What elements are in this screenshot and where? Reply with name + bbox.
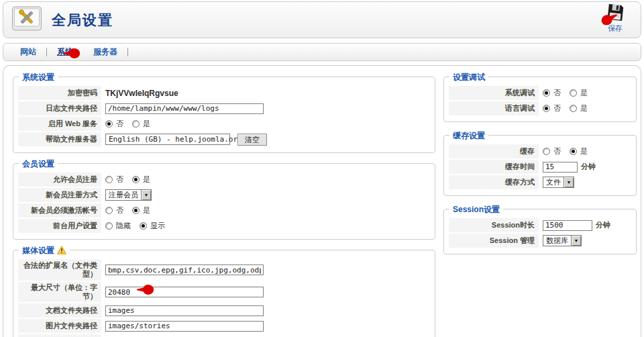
field-label: 合法的扩展名（文件类型）: [18, 259, 101, 281]
field-label: 缓存时间: [449, 160, 539, 174]
field-label: 限制上传: [18, 334, 101, 337]
section-title: 媒体设置: [19, 245, 70, 256]
radio-yes[interactable]: [570, 89, 577, 97]
field-cache: 缓存 否 是: [449, 144, 631, 158]
radio-no[interactable]: [543, 105, 550, 112]
field-label: 启用 Web 服务: [18, 117, 101, 131]
radio-label-yes: 是: [580, 103, 588, 113]
cache-time-input[interactable]: [543, 162, 578, 173]
field-legal-extensions: 合法的扩展名（文件类型）: [18, 259, 430, 281]
field-secret-word: 加密密码 TKjVVwIeIqRgvsue: [18, 86, 430, 100]
radio-label-hide: 隐藏: [116, 221, 131, 231]
global-configuration-page: 全局设置 保存 网站 系统 服: [0, 0, 644, 337]
log-path-input[interactable]: [105, 103, 264, 114]
file-path-input[interactable]: [105, 305, 264, 316]
save-button[interactable]: 保存: [598, 4, 633, 34]
field-cache-time: 缓存时间 分钟: [449, 160, 631, 174]
section-user-settings: 会员设置 允许会员注册 否 是 新会员注册方式 注册会员 ▼: [13, 163, 435, 240]
config-tab-bar: 网站 系统 服务器: [3, 43, 641, 61]
page-title: 全局设置: [52, 11, 113, 30]
radio-label-no: 否: [553, 88, 561, 98]
registration-type-select[interactable]: 注册会员 ▼: [105, 189, 152, 201]
radio-no[interactable]: [543, 89, 550, 97]
radio-yes[interactable]: [570, 148, 577, 155]
radio-no[interactable]: [105, 176, 113, 183]
radio-label-no: 否: [116, 205, 123, 215]
image-path-input[interactable]: [105, 321, 264, 332]
field-label: 允许会员注册: [18, 173, 101, 187]
help-server-select[interactable]: English (GB) - help.joomla.org ▼: [105, 134, 230, 145]
field-max-size: 最大尺寸（单位：字节）: [18, 282, 430, 302]
section-title: Session设置: [449, 204, 503, 215]
field-label: Session 管理: [449, 234, 539, 248]
field-language-debug: 语言调试 否 是: [449, 101, 631, 115]
field-label: 加密密码: [18, 86, 101, 100]
dropdown-arrow-icon: ▼: [141, 190, 151, 200]
cache-handler-select[interactable]: 文件 ▼: [543, 177, 574, 188]
radio-label-show: 显示: [150, 221, 165, 231]
section-title: 设置调试: [449, 72, 488, 83]
section-title: 会员设置: [19, 158, 58, 170]
field-label: 系统调试: [449, 86, 539, 100]
field-label: 图片文件夹路径: [18, 319, 101, 333]
radio-label-yes: 是: [580, 146, 588, 156]
help-server-value: English (GB) - help.joomla.org: [106, 134, 245, 144]
field-cache-handler: 缓存方式 文件 ▼: [449, 175, 631, 189]
field-label: Session时长: [449, 218, 539, 232]
floppy-disk-icon: [606, 11, 625, 23]
clear-button[interactable]: 清空: [237, 134, 267, 146]
session-lifetime-input[interactable]: [543, 220, 592, 231]
section-title-text: 媒体设置: [22, 245, 54, 256]
radio-yes[interactable]: [132, 207, 140, 214]
radio-show[interactable]: [140, 222, 147, 230]
field-image-path: 图片文件夹路径: [18, 319, 430, 333]
radio-label-yes: 是: [580, 88, 588, 98]
right-column: 设置调试 系统调试 否 是 语言调试 否 是: [443, 77, 637, 337]
field-account-activation: 新会员必须激活帐号 否 是: [18, 203, 430, 218]
radio-label-yes: 是: [143, 119, 150, 129]
radio-hide[interactable]: [105, 222, 113, 230]
field-file-path: 文档文件夹路径: [18, 303, 430, 318]
field-label: 文档文件夹路径: [18, 303, 101, 318]
left-column: 系统设置 加密密码 TKjVVwIeIqRgvsue 日志文件夹路径 启用 We…: [13, 77, 435, 337]
max-size-input[interactable]: [105, 287, 264, 297]
field-session-handler: Session 管理 数据库 ▼: [449, 234, 631, 248]
radio-label-yes: 是: [143, 205, 150, 215]
radio-no[interactable]: [105, 120, 113, 128]
warning-icon: [57, 246, 66, 256]
field-label: 前台用户设置: [18, 219, 101, 233]
save-button-label: 保存: [598, 23, 633, 34]
config-content: 系统设置 加密密码 TKjVVwIeIqRgvsue 日志文件夹路径 启用 We…: [3, 65, 641, 337]
radio-label-no: 否: [553, 146, 561, 156]
radio-label-no: 否: [553, 103, 561, 113]
radio-no[interactable]: [543, 148, 550, 155]
tab-server[interactable]: 服务器: [83, 46, 127, 58]
cache-time-unit: 分钟: [581, 162, 596, 172]
radio-no[interactable]: [105, 207, 113, 214]
field-web-services: 启用 Web 服务 否 是: [18, 117, 430, 131]
field-system-debug: 系统调试 否 是: [449, 86, 631, 100]
field-session-lifetime: Session时长 分钟: [449, 218, 631, 232]
field-label: 最大尺寸（单位：字节）: [18, 282, 101, 302]
session-lifetime-unit: 分钟: [596, 220, 610, 230]
session-handler-select[interactable]: 数据库 ▼: [543, 235, 582, 246]
secret-word-value: TKjVVwIeIqRgvsue: [105, 89, 178, 98]
field-allow-registration: 允许会员注册 否 是: [18, 173, 430, 187]
radio-yes[interactable]: [570, 105, 577, 112]
field-label: 语言调试: [449, 101, 539, 115]
section-system-settings: 系统设置 加密密码 TKjVVwIeIqRgvsue 日志文件夹路径 启用 We…: [13, 77, 435, 153]
tab-system[interactable]: 系统: [47, 46, 83, 58]
radio-yes[interactable]: [132, 120, 140, 128]
section-title: 缓存设置: [449, 130, 488, 142]
radio-label-yes: 是: [143, 175, 150, 185]
radio-yes[interactable]: [132, 176, 140, 183]
field-label: 帮助文件服务器: [18, 132, 101, 146]
field-label: 缓存方式: [449, 175, 539, 189]
dropdown-arrow-icon: ▼: [571, 236, 581, 246]
session-handler-value: 数据库: [543, 236, 571, 246]
tab-site[interactable]: 网站: [10, 46, 46, 58]
section-title: 系统设置: [19, 72, 58, 83]
field-help-server: 帮助文件服务器 English (GB) - help.joomla.org ▼…: [18, 132, 430, 146]
field-label: 新会员必须激活帐号: [18, 203, 101, 218]
legal-extensions-input[interactable]: [105, 264, 264, 275]
